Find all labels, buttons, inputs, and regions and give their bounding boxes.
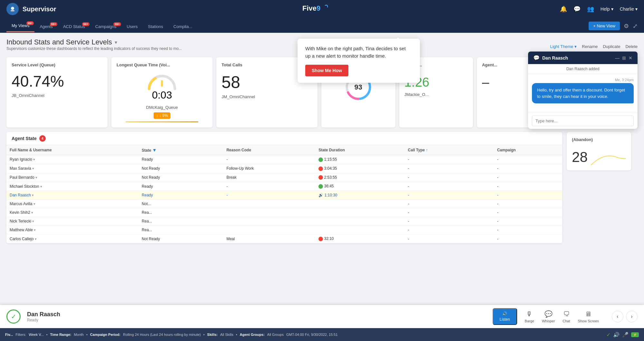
tab-campaigns-badge: 99+ — [113, 22, 121, 26]
abandon-chart-svg — [591, 146, 626, 165]
settings-icon[interactable]: ⚙ — [624, 23, 629, 30]
users-icon[interactable]: 👥 — [587, 5, 594, 13]
agent-check-icon: ✓ — [6, 309, 21, 324]
abandon-card: (Abandon) 28 — [567, 132, 631, 170]
table-row[interactable]: Paul Bernardo ▾ Not Ready Break 2:53:55 … — [6, 173, 562, 182]
table-row[interactable]: Matthew Able ▾ Rea... - - — [6, 226, 562, 234]
agent-state-header: Agent State 4 — [6, 132, 562, 145]
call-type-sort-icon[interactable]: ↑ — [426, 148, 428, 152]
app-title: Supervisor — [23, 5, 56, 13]
cell-duration: 36:45 — [315, 182, 405, 191]
help-button[interactable]: Help ▾ — [601, 6, 613, 12]
agent-action-bar: ✓ Dan Raasch Ready 🔊 Listen 🎙 Barge 💬 Wh… — [0, 305, 644, 328]
rename-action[interactable]: Rename — [582, 44, 598, 49]
row-dropdown-icon[interactable]: ▾ — [34, 228, 36, 232]
tab-campaigns[interactable]: Campaigns 99+ — [90, 21, 122, 32]
cell-name: Dan Raasch ▾ — [6, 191, 138, 200]
whisper-button[interactable]: 💬 Whisper — [542, 310, 555, 323]
cell-state: Not... — [138, 200, 206, 208]
row-dropdown-icon[interactable]: ▾ — [35, 237, 37, 241]
whisper-label: Whisper — [542, 319, 555, 323]
bottom-separator-2: • — [86, 333, 88, 336]
cell-state: Not Ready — [138, 173, 206, 182]
barge-button[interactable]: 🎙 Barge — [525, 310, 534, 323]
tab-stations[interactable]: Stations — [143, 21, 168, 32]
cell-sort — [476, 200, 494, 208]
table-row[interactable]: Nick Terlecki ▾ Rea... - - — [6, 217, 562, 226]
light-theme-action[interactable]: Light Theme ▾ — [550, 44, 577, 49]
next-button[interactable]: › — [626, 311, 638, 322]
tab-my-views[interactable]: My Views 99+ — [6, 20, 34, 32]
cell-name: Nick Terlecki ▾ — [6, 217, 138, 226]
cell-campaign: - — [494, 226, 562, 234]
row-dropdown-icon[interactable]: ▾ — [32, 166, 34, 170]
chat-button[interactable]: 🗨 Chat — [563, 310, 570, 323]
next-icon: › — [631, 314, 632, 319]
cell-call-type: - — [405, 234, 477, 243]
cell-campaign: - — [494, 234, 562, 243]
cell-reason — [223, 208, 315, 217]
row-dropdown-icon[interactable]: ▾ — [32, 219, 34, 223]
delete-action[interactable]: Delete — [625, 44, 638, 49]
listen-button[interactable]: 🔊 Listen — [493, 308, 517, 325]
row-dropdown-icon[interactable]: ▾ — [40, 185, 42, 188]
cell-call-type: - — [405, 173, 477, 182]
cell-reason: - — [223, 155, 315, 164]
cell-call-type: - — [405, 200, 477, 208]
table-row[interactable]: Dan Raasch ▾ Ready - 🔊 1:10:30 - - — [6, 191, 562, 200]
row-dropdown-icon[interactable]: ▾ — [35, 175, 37, 179]
tab-agents[interactable]: Agents 99+ — [34, 21, 58, 32]
stat-service-level-label: JB_OmniChannel — [12, 93, 102, 98]
whisper-panel: 💬 Dan Raasch — ⊞ ✕ Dan Raasch added Me, … — [528, 52, 638, 129]
status-icons: ✓ 🔊 🎤 ⚡ — [606, 332, 639, 338]
tab-compliance[interactable]: Complia... — [168, 21, 198, 32]
svg-text:9: 9 — [317, 4, 320, 12]
cell-state: Ready — [138, 182, 206, 191]
tab-users[interactable]: Users — [122, 21, 143, 32]
table-row[interactable]: Michael Stockton ▾ Ready - 36:45 - - — [6, 182, 562, 191]
table-row[interactable]: Carlos Callejo ▾ Not Ready Meal 32:10 - … — [6, 234, 562, 243]
bottom-bar: Fiv... Filters: Week V... • Time Range: … — [0, 328, 644, 341]
show-me-how-button[interactable]: Show Me How — [305, 65, 348, 76]
duplicate-action[interactable]: Duplicate — [603, 44, 620, 49]
stat-queue-time-label: DMcKaig_Queue — [146, 105, 178, 110]
cell-campaign: - — [494, 217, 562, 226]
table-row[interactable]: Ryan Ignacio ▾ Ready - 1:15:55 - - — [6, 155, 562, 164]
cell-sort — [476, 155, 494, 164]
row-dropdown-icon[interactable]: ▾ — [33, 157, 35, 161]
table-row[interactable]: Kevin Shih2 ▾ Rea... - - — [6, 208, 562, 217]
state-filter-icon[interactable]: ▼ — [152, 147, 157, 153]
expand-icon[interactable]: ⤢ — [633, 23, 638, 30]
new-view-button[interactable]: + New View — [589, 22, 620, 30]
chat-icon[interactable]: 💬 — [573, 5, 581, 13]
whisper-expand-icon[interactable]: ⊞ — [622, 55, 626, 61]
row-dropdown-icon[interactable]: ▾ — [33, 202, 35, 206]
cell-name: Paul Bernardo ▾ — [6, 173, 138, 182]
active-value: 93 — [355, 83, 362, 91]
show-screen-button[interactable]: 🖥 Show Screen — [578, 310, 599, 323]
table-row[interactable]: Marcus Avilla ▾ Not... - - — [6, 200, 562, 208]
cell-duration — [315, 200, 405, 208]
page-title-dropdown-icon[interactable]: ▾ — [115, 39, 117, 45]
prev-button[interactable]: ‹ — [612, 311, 623, 322]
listen-label: Listen — [500, 317, 510, 322]
row-dropdown-icon[interactable]: ▾ — [32, 193, 34, 197]
user-menu-button[interactable]: Charlie ▾ — [620, 6, 638, 12]
cell-call-type: - — [405, 226, 477, 234]
action-buttons: 🔊 Listen 🎙 Barge 💬 Whisper 🗨 Chat 🖥 Show… — [493, 308, 599, 325]
cell-state: Rea... — [138, 226, 206, 234]
table-row[interactable]: Max Saravia ▾ Not Ready Follow-Up Work 3… — [6, 164, 562, 173]
cell-state: Ready — [138, 155, 206, 164]
whisper-chat-icon: 💬 — [533, 55, 540, 61]
cell-sort — [476, 191, 494, 200]
cell-duration: 🔊 1:10:30 — [315, 191, 405, 200]
tab-acd-status[interactable]: ACD Status 99+ — [58, 21, 90, 32]
whisper-minimize-icon[interactable]: — — [615, 55, 620, 61]
cell-reason: - — [223, 182, 315, 191]
bell-icon[interactable]: 🔔 — [560, 5, 567, 13]
row-dropdown-icon[interactable]: ▾ — [31, 211, 33, 214]
whisper-close-icon[interactable]: ✕ — [629, 55, 632, 61]
whisper-messages: Me, 3:24pm Hello, try and offer them a d… — [528, 74, 638, 113]
whisper-input[interactable] — [532, 116, 634, 126]
cell-reason: Meal — [223, 234, 315, 243]
